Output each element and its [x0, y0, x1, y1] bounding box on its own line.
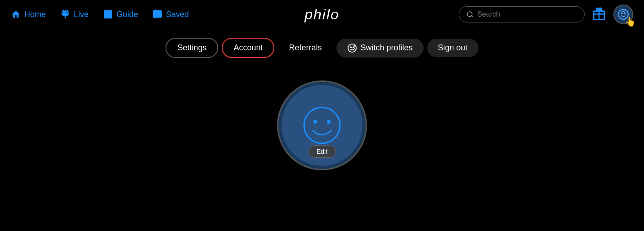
- account-label: Account: [233, 43, 263, 53]
- referrals-label: Referrals: [289, 43, 322, 53]
- nav-saved[interactable]: Saved: [152, 9, 189, 19]
- svg-point-18: [327, 120, 331, 124]
- nav-right: 👆: [459, 4, 633, 24]
- svg-point-12: [624, 13, 625, 14]
- profile-smiley-large: [300, 103, 344, 148]
- profile-circle-inner: Edit: [282, 85, 362, 166]
- profile-area: Edit: [0, 80, 644, 170]
- svg-line-8: [471, 16, 473, 17]
- switch-profiles-btn[interactable]: Switch profiles: [336, 39, 424, 58]
- svg-rect-3: [104, 15, 107, 18]
- sign-out-label: Sign out: [438, 43, 468, 53]
- nav-home-label: Home: [24, 10, 46, 19]
- gift-icon: [592, 6, 606, 21]
- live-icon: [60, 9, 70, 19]
- profile-icon-btn[interactable]: 👆: [613, 4, 633, 24]
- top-nav: Home Live Guide: [0, 0, 644, 29]
- profile-circle-outer: Edit: [277, 80, 367, 170]
- switch-profiles-label: Switch profiles: [361, 43, 413, 53]
- sign-out-btn[interactable]: Sign out: [427, 39, 479, 57]
- svg-point-7: [467, 12, 472, 17]
- menu-bar: Settings Account Referrals Switch profil…: [0, 29, 644, 71]
- search-icon: [466, 10, 474, 18]
- nav-home[interactable]: Home: [11, 9, 46, 19]
- svg-point-11: [622, 13, 622, 14]
- gift-btn[interactable]: [592, 6, 606, 22]
- saved-icon: [152, 9, 162, 19]
- svg-point-15: [353, 47, 353, 48]
- svg-point-17: [313, 120, 317, 124]
- svg-point-14: [350, 47, 351, 48]
- nav-guide[interactable]: Guide: [103, 9, 138, 19]
- guide-icon: [103, 9, 113, 19]
- home-icon: [11, 9, 21, 19]
- nav-saved-label: Saved: [166, 10, 189, 19]
- search-box[interactable]: [459, 6, 585, 22]
- svg-rect-4: [108, 15, 112, 18]
- svg-point-16: [304, 107, 340, 143]
- settings-btn[interactable]: Settings: [165, 38, 218, 58]
- nav-live-label: Live: [74, 10, 89, 19]
- nav-left: Home Live Guide: [11, 9, 189, 19]
- switch-profiles-icon: [347, 43, 357, 53]
- referrals-btn[interactable]: Referrals: [278, 39, 332, 57]
- edit-btn[interactable]: Edit: [308, 145, 336, 158]
- search-input[interactable]: [477, 10, 577, 18]
- svg-rect-2: [108, 11, 112, 14]
- svg-rect-5: [153, 12, 161, 18]
- svg-rect-1: [104, 11, 107, 14]
- account-btn[interactable]: Account: [222, 38, 274, 58]
- philo-logo: philo: [304, 6, 340, 22]
- nav-guide-label: Guide: [116, 10, 138, 19]
- nav-center: philo: [304, 6, 340, 23]
- settings-label: Settings: [177, 43, 206, 53]
- nav-live[interactable]: Live: [60, 9, 89, 19]
- edit-label: Edit: [317, 148, 327, 155]
- cursor-hand: 👆: [625, 16, 636, 27]
